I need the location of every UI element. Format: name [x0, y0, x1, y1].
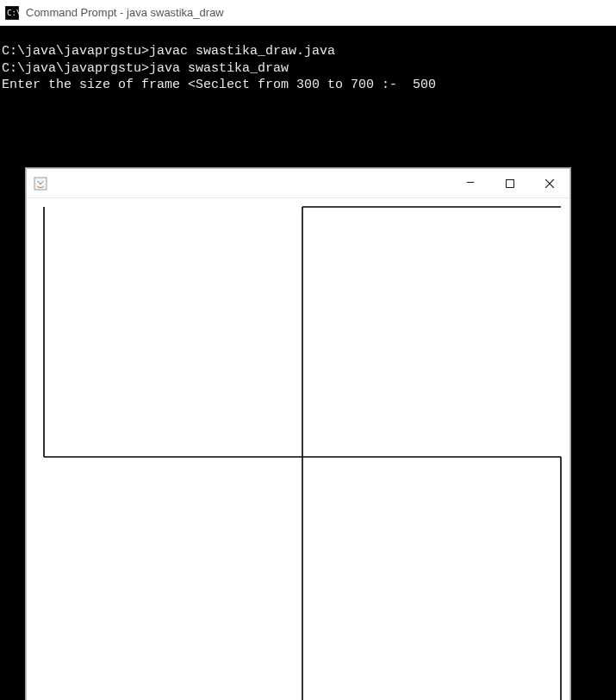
java-titlebar[interactable]: —	[27, 169, 569, 198]
terminal-line: C:\java\javaprgstu>javac swastika_draw.j…	[0, 43, 616, 60]
window-controls: —	[451, 169, 569, 197]
terminal-body[interactable]: C:\java\javaprgstu>javac swastika_draw.j…	[0, 26, 616, 700]
svg-text:C:\: C:\	[7, 9, 19, 17]
minimize-icon: —	[467, 174, 474, 190]
cmd-titlebar: C:\ Command Prompt - java swastika_draw	[0, 0, 616, 26]
minimize-button[interactable]: —	[451, 169, 490, 198]
terminal-line: Enter the size of frame <Seclect from 30…	[0, 77, 616, 94]
terminal-line: C:\java\javaprgstu>java swastika_draw	[0, 60, 616, 78]
cmd-window-title: Command Prompt - java swastika_draw	[26, 6, 224, 19]
maximize-button[interactable]	[490, 169, 530, 198]
java-cup-icon	[34, 177, 47, 191]
cmd-icon: C:\	[5, 6, 19, 20]
svg-rect-3	[507, 180, 514, 188]
maximize-icon	[506, 179, 514, 188]
close-button[interactable]	[530, 169, 569, 198]
java-frame-window: —	[26, 168, 570, 700]
drawing-canvas	[27, 198, 569, 700]
close-icon	[545, 179, 554, 188]
swastika-drawing	[27, 198, 569, 700]
